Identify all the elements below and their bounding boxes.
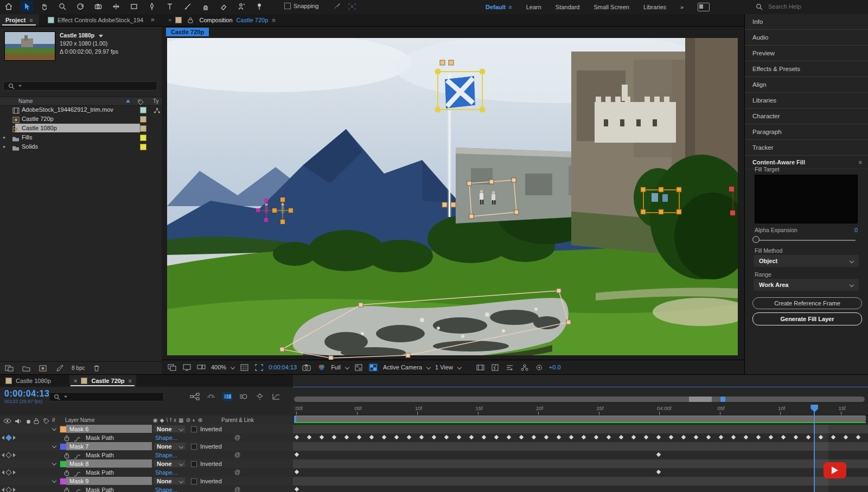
eraser-tool[interactable] [217, 1, 230, 12]
next-keyframe-icon[interactable] [13, 470, 16, 475]
range-select[interactable]: Work Area [754, 279, 859, 291]
inverted-checkbox[interactable] [191, 461, 197, 467]
comp-navigator-crumb[interactable]: Castle 720p [166, 28, 209, 36]
shy-icon[interactable] [206, 392, 216, 401]
workspace-tab-standard[interactable]: Standard [556, 4, 580, 10]
inverted-toggle[interactable]: Inverted [191, 426, 222, 432]
keyframe-diamond[interactable] [731, 435, 736, 439]
new-composition-icon[interactable] [38, 364, 48, 373]
project-item-solids[interactable]: ▸Solids [0, 142, 162, 151]
keyframe-diamond[interactable] [544, 435, 548, 439]
add-keyframe-icon[interactable] [5, 435, 11, 440]
keyframe-diamond[interactable] [781, 435, 786, 439]
snapping-checkbox[interactable] [284, 3, 291, 9]
project-item-adobestock-194462912-trim-mov[interactable]: AdobeStock_194462912_trim.mov [0, 105, 162, 114]
snapshot-icon[interactable] [302, 363, 311, 372]
zoom-tool[interactable] [56, 1, 69, 12]
keyframe-diamond[interactable] [557, 435, 561, 439]
keyframe-diamond[interactable] [594, 435, 598, 439]
keyframe-diamond[interactable] [631, 435, 636, 439]
tab-composition[interactable]: × Composition Castle 720p ≡ [168, 14, 276, 26]
stopwatch-icon[interactable] [62, 434, 72, 443]
puppet-pin-tool[interactable] [253, 1, 266, 12]
close-tab-icon[interactable]: × [74, 378, 77, 384]
keyframe-diamond[interactable] [494, 435, 499, 439]
keyframe-diamond[interactable] [582, 435, 586, 439]
label-color-chip[interactable] [140, 135, 146, 141]
prev-keyframe-icon[interactable] [2, 488, 4, 492]
property-row-mask-path[interactable]: Mask PathShape...@ [0, 433, 293, 443]
adjustment-icon[interactable] [55, 364, 65, 373]
keyframe-diamond[interactable] [469, 435, 474, 439]
pick-whip-icon[interactable]: @ [234, 469, 240, 475]
keyframe-diamond[interactable] [794, 435, 798, 439]
label-color-chip[interactable] [140, 144, 146, 150]
workspace-menu-icon[interactable]: ≡ [508, 4, 512, 10]
grid-guides-icon[interactable] [239, 363, 249, 372]
index-column-icon[interactable]: # [52, 417, 55, 423]
project-item-castle-720p[interactable]: Castle 720p [0, 114, 162, 124]
workspace-overflow-icon[interactable]: » [680, 4, 684, 10]
viewer-timecode[interactable]: 0:00:04:13 [269, 364, 297, 370]
home-tool[interactable] [2, 1, 15, 12]
pan-behind-tool[interactable] [110, 1, 123, 12]
brush-tool[interactable] [181, 1, 194, 12]
add-keyframe-icon[interactable] [5, 487, 11, 492]
column-name[interactable]: Name [18, 98, 33, 104]
sidebar-panel-character[interactable]: Character [745, 108, 868, 124]
audio-icon[interactable] [13, 417, 23, 425]
pick-whip-icon[interactable]: @ [234, 451, 240, 458]
preview-dropdown-icon[interactable] [99, 35, 103, 37]
keyframe-diamond[interactable] [656, 470, 661, 474]
guides-toggle-icon[interactable] [368, 363, 378, 372]
mask-bounds-icon[interactable] [347, 2, 357, 11]
brainstorm-icon[interactable] [255, 392, 265, 401]
view-options-icon[interactable] [167, 363, 177, 372]
time-ruler[interactable]: :00f05f10f15f20f25f04:00f05f10f15f [293, 404, 868, 416]
project-item-fills[interactable]: ▸Fills [0, 133, 162, 142]
fill-method-select[interactable]: Object [754, 255, 859, 267]
project-bit-depth[interactable]: 8 bpc [72, 365, 85, 371]
create-reference-frame-button[interactable]: Create Reference Frame [752, 297, 862, 309]
project-list-header[interactable]: Name Ty [0, 97, 162, 106]
pick-whip-icon[interactable]: @ [234, 434, 240, 440]
add-keyframe-icon[interactable] [5, 469, 11, 475]
keyframe-diamond[interactable] [382, 435, 386, 439]
shape-tool[interactable] [127, 1, 141, 12]
channels-icon[interactable] [316, 363, 326, 372]
property-value-link[interactable]: Shape... [155, 452, 177, 458]
views-dropdown-icon[interactable] [457, 365, 462, 369]
property-value-link[interactable]: Shape... [155, 487, 177, 492]
property-value-link[interactable]: Shape... [155, 469, 177, 476]
mask-mode-select[interactable]: None [154, 425, 186, 432]
workspace-switcher-icon[interactable] [698, 3, 710, 11]
prev-keyframe-icon[interactable] [2, 470, 4, 475]
comp-flowchart-icon[interactable] [520, 363, 529, 372]
keyframe-diamond[interactable] [295, 487, 299, 491]
lock-icon[interactable] [186, 16, 195, 24]
keyframe-diamond[interactable] [769, 435, 773, 439]
layer-row-mask-7[interactable]: Mask 7NoneInverted [0, 442, 293, 451]
keyframe-diamond[interactable] [432, 435, 436, 439]
stopwatch-icon[interactable] [62, 486, 72, 492]
keyframe-diamond[interactable] [307, 435, 311, 439]
current-timecode[interactable]: 0:00:04:13 [4, 389, 49, 399]
inverted-checkbox[interactable] [191, 426, 197, 432]
layer-row-mask-8[interactable]: Mask 8NoneInverted [0, 459, 293, 469]
alpha-expansion-slider-thumb[interactable] [752, 236, 760, 243]
fast-previews-icon[interactable] [490, 363, 500, 372]
snap-align-icon[interactable] [332, 2, 342, 11]
camera-tool[interactable] [92, 1, 105, 12]
graph-icon[interactable] [72, 487, 82, 492]
prev-keyframe-icon[interactable] [2, 436, 4, 440]
pick-whip-icon[interactable]: @ [234, 486, 240, 492]
eye-icon[interactable] [2, 417, 12, 425]
reset-exposure-icon[interactable] [534, 363, 544, 372]
close-tab-icon[interactable]: × [168, 17, 171, 23]
keyframe-diamond[interactable] [295, 452, 299, 457]
lock-icon[interactable] [31, 417, 41, 425]
project-item-castle-1080p[interactable]: Castle 1080p [0, 124, 162, 133]
type-tool[interactable] [163, 1, 176, 12]
label-column-icon[interactable] [41, 417, 51, 425]
property-value-link[interactable]: Shape... [155, 435, 177, 441]
